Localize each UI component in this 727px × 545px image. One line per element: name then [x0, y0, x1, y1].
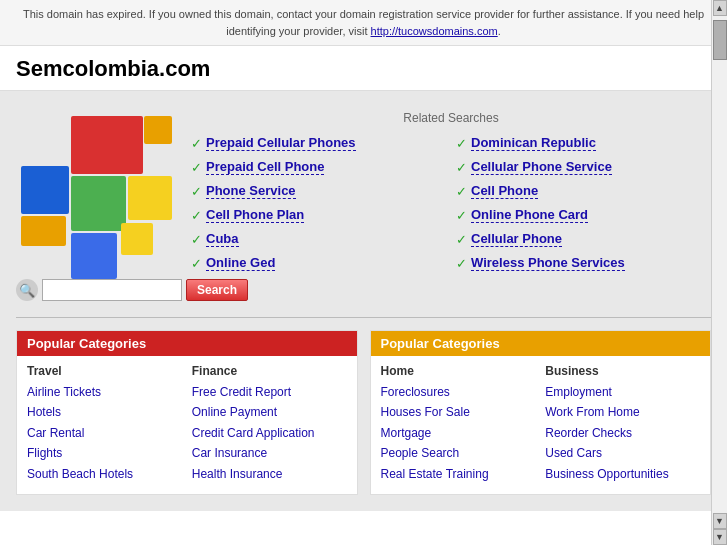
check-icon: ✓ — [191, 136, 202, 151]
cat-link[interactable]: Used Cars — [545, 443, 700, 463]
logo-orange-block-tr — [144, 116, 172, 144]
logo-green-block — [71, 176, 126, 231]
check-icon: ✓ — [456, 208, 467, 223]
section-divider — [16, 317, 711, 318]
notice-text: This domain has expired. If you owned th… — [23, 8, 704, 37]
related-item: ✓Prepaid Cell Phone — [191, 157, 446, 177]
check-icon: ✓ — [456, 232, 467, 247]
cat-column-title: Home — [381, 364, 536, 378]
check-icon: ✓ — [191, 232, 202, 247]
scrollbar[interactable]: ▲ ▼ ▼ — [711, 0, 727, 511]
check-icon: ✓ — [191, 160, 202, 175]
logo-blue-block-left — [21, 166, 69, 214]
cat-link[interactable]: Houses For Sale — [381, 402, 536, 422]
popular-categories-right: Popular Categories HomeForeclosuresHouse… — [370, 330, 712, 495]
related-item: ✓Dominican Republic — [456, 133, 711, 153]
cat-link[interactable]: Reorder Checks — [545, 423, 700, 443]
cat-link[interactable]: Mortgage — [381, 423, 536, 443]
related-searches-grid: ✓Prepaid Cellular Phones✓Dominican Repub… — [191, 133, 711, 273]
cat-link[interactable]: Flights — [27, 443, 182, 463]
related-search-link[interactable]: Phone Service — [206, 183, 296, 199]
related-search-link[interactable]: Cuba — [206, 231, 239, 247]
related-search-link[interactable]: Cell Phone Plan — [206, 207, 304, 223]
check-icon: ✓ — [456, 256, 467, 271]
cat-link[interactable]: Online Payment — [192, 402, 347, 422]
related-item: ✓Cuba — [191, 229, 446, 249]
scroll-up-arrow[interactable]: ▲ — [713, 0, 727, 16]
logo-blue-block-bottom — [71, 233, 117, 279]
cat-column: TravelAirline TicketsHotelsCar RentalFli… — [27, 364, 182, 484]
logo-orange-bottom — [21, 216, 66, 246]
cat-link[interactable]: Free Credit Report — [192, 382, 347, 402]
related-search-link[interactable]: Cellular Phone Service — [471, 159, 612, 175]
cat-link[interactable]: Employment — [545, 382, 700, 402]
search-related-panel: Related Searches ✓Prepaid Cellular Phone… — [191, 111, 711, 287]
check-icon: ✓ — [191, 184, 202, 199]
logo-yellow-small — [121, 223, 153, 255]
cat-link[interactable]: Health Insurance — [192, 464, 347, 484]
logo-block: 🔍 Search — [16, 111, 171, 301]
related-searches-label: Related Searches — [191, 111, 711, 125]
related-search-link[interactable]: Prepaid Cellular Phones — [206, 135, 356, 151]
related-search-link[interactable]: Online Phone Card — [471, 207, 588, 223]
cat-link[interactable]: Car Rental — [27, 423, 182, 443]
pop-cat-header-right: Popular Categories — [371, 331, 711, 356]
cat-link[interactable]: Business Opportunities — [545, 464, 700, 484]
cat-column: FinanceFree Credit ReportOnline PaymentC… — [192, 364, 347, 484]
scroll-thumb[interactable] — [713, 20, 727, 60]
related-search-link[interactable]: Prepaid Cell Phone — [206, 159, 324, 175]
pop-cat-body-right: HomeForeclosuresHouses For SaleMortgageP… — [371, 356, 711, 494]
related-item: ✓Prepaid Cellular Phones — [191, 133, 446, 153]
cat-link[interactable]: Credit Card Application — [192, 423, 347, 443]
search-input[interactable] — [42, 279, 182, 301]
search-icon: 🔍 — [16, 279, 38, 301]
check-icon: ✓ — [191, 256, 202, 271]
check-icon: ✓ — [456, 136, 467, 151]
cat-link[interactable]: Hotels — [27, 402, 182, 422]
cat-column-title: Finance — [192, 364, 347, 378]
related-item: ✓Online Phone Card — [456, 205, 711, 225]
related-item: ✓Cellular Phone — [456, 229, 711, 249]
cat-link[interactable]: Car Insurance — [192, 443, 347, 463]
cat-column-title: Business — [545, 364, 700, 378]
popular-categories-row: Popular Categories TravelAirline Tickets… — [16, 330, 711, 495]
logo-search-area: 🔍 Search Related Searches ✓Prepaid Cellu… — [16, 111, 711, 301]
popular-categories-left: Popular Categories TravelAirline Tickets… — [16, 330, 358, 495]
related-item: ✓Phone Service — [191, 181, 446, 201]
related-item: ✓Cellular Phone Service — [456, 157, 711, 177]
cat-column-title: Travel — [27, 364, 182, 378]
site-title-bar: Semcolombia.com — [0, 46, 727, 91]
related-item: ✓Cell Phone Plan — [191, 205, 446, 225]
check-icon: ✓ — [456, 184, 467, 199]
related-search-link[interactable]: Dominican Republic — [471, 135, 596, 151]
cat-link[interactable]: Work From Home — [545, 402, 700, 422]
tucows-link[interactable]: http://tucowsdomains.com — [371, 25, 498, 37]
search-button[interactable]: Search — [186, 279, 248, 301]
cat-link[interactable]: Foreclosures — [381, 382, 536, 402]
cat-column: HomeForeclosuresHouses For SaleMortgageP… — [381, 364, 536, 484]
related-search-link[interactable]: Cellular Phone — [471, 231, 562, 247]
logo-yellow-block — [128, 176, 172, 220]
pop-cat-header-left: Popular Categories — [17, 331, 357, 356]
expiry-notice: This domain has expired. If you owned th… — [0, 0, 727, 46]
cat-link[interactable]: Real Estate Training — [381, 464, 536, 484]
related-item: ✓Cell Phone — [456, 181, 711, 201]
search-bar: 🔍 Search — [16, 279, 171, 301]
related-search-link[interactable]: Cell Phone — [471, 183, 538, 199]
main-content: 🔍 Search Related Searches ✓Prepaid Cellu… — [0, 91, 727, 511]
logo-red-block — [71, 116, 143, 174]
cat-column: BusinessEmploymentWork From HomeReorder … — [545, 364, 700, 484]
related-search-link[interactable]: Wireless Phone Services — [471, 255, 625, 271]
pop-cat-body-left: TravelAirline TicketsHotelsCar RentalFli… — [17, 356, 357, 494]
check-icon: ✓ — [456, 160, 467, 175]
related-item: ✓Wireless Phone Services — [456, 253, 711, 273]
cat-link[interactable]: South Beach Hotels — [27, 464, 182, 484]
cat-link[interactable]: Airline Tickets — [27, 382, 182, 402]
check-icon: ✓ — [191, 208, 202, 223]
site-title: Semcolombia.com — [16, 56, 711, 82]
cat-link[interactable]: People Search — [381, 443, 536, 463]
related-item: ✓Online Ged — [191, 253, 446, 273]
related-search-link[interactable]: Online Ged — [206, 255, 275, 271]
